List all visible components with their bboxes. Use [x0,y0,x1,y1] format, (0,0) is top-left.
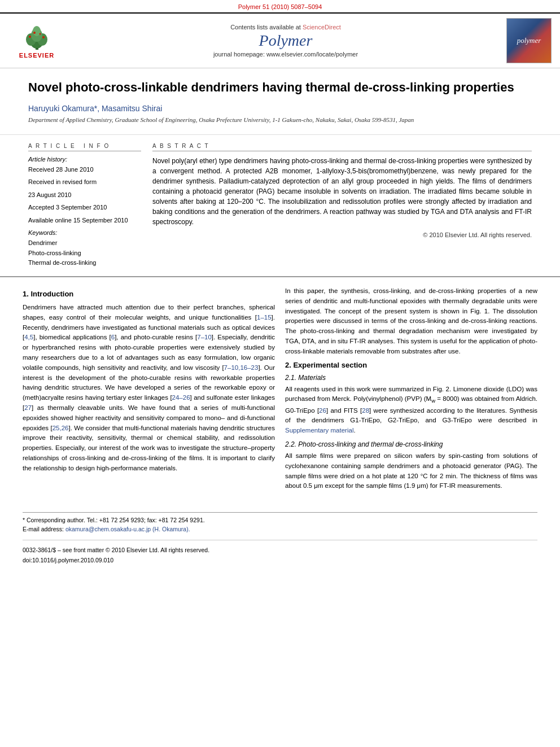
ref-1-15[interactable]: 1–15 [257,314,272,321]
ref-24-26[interactable]: 24–26 [172,394,190,401]
sciencedirect-link[interactable]: ScienceDirect [303,24,341,30]
body-column-right: In this paper, the synthesis, cross-link… [285,286,537,495]
main-body: 1. Introduction Dendrimers have attracte… [0,277,560,506]
page-container: Polymer 51 (2010) 5087–5094 ELSEVIER [0,0,560,747]
email-address[interactable]: okamura@chem.osakafu-u.ac.jp (H. Okamura… [65,526,190,532]
issn-line: 0032-3861/$ – see front matter © 2010 El… [23,547,537,553]
ref-7-10[interactable]: 7–10 [197,334,212,340]
citation-text: Polymer 51 (2010) 5087–5094 [238,3,322,10]
ref-26-mat[interactable]: 26 [319,407,326,414]
article-history-label: Article history: [28,156,141,163]
section2-paragraph2: All sample films were prepared on silico… [285,451,537,491]
corresponding-author: * Corresponding author. Tel.: +81 72 254… [23,516,537,525]
journal-title: Polymer [68,32,504,50]
footer-section: * Corresponding author. Tel.: +81 72 254… [23,512,537,563]
section2-heading: 2. Experimental section [285,361,537,369]
article-info-abstract-section: A R T I C L E I N F O Article history: R… [0,135,560,277]
article-info-column: A R T I C L E I N F O Article history: R… [28,143,141,268]
author-affiliation: Department of Applied Chemistry, Graduat… [28,116,532,123]
keyword-thermal: Thermal de-cross-linking [28,258,141,268]
ref-25-26[interactable]: 25,26 [53,425,69,431]
article-title-section: Novel photo-cross-linkable dendrimers ha… [0,68,560,135]
section2-paragraph1: All reagents used in this work were summ… [285,385,537,436]
email-line: E-mail address: okamura@chem.osakafu-u.a… [23,525,537,534]
keyword-dendrimer: Dendrimer [28,238,141,248]
abstract-text: Novel poly(aryl ether) type dendrimers h… [152,156,532,227]
journal-center: Contents lists available at ScienceDirec… [68,24,504,58]
svg-point-7 [42,36,45,38]
received-revised-label: Received in revised form [28,177,141,187]
elsevier-tree-icon [19,23,55,52]
keywords-list: Dendrimer Photo-cross-linking Thermal de… [28,238,141,268]
journal-header: ELSEVIER Contents lists available at Sci… [0,12,560,68]
ref-4-5[interactable]: 4,5 [24,334,33,340]
polymer-logo-text: polymer [517,36,541,45]
doi-line: doi:10.1016/j.polymer.2010.09.010 [23,557,537,563]
article-info-label: A R T I C L E I N F O [28,143,141,151]
keywords-label: Keywords: [28,229,141,236]
sciencedirect-line: Contents lists available at ScienceDirec… [68,24,504,30]
svg-point-6 [29,36,31,38]
available-date: Available online 15 September 2010 [28,216,141,225]
polymer-logo-box: polymer [504,18,554,63]
accepted-date: Accepted 3 September 2010 [28,203,141,212]
polymer-logo-image: polymer [506,18,552,63]
ref-6[interactable]: 6 [111,334,115,340]
copyright-line: © 2010 Elsevier Ltd. All rights reserved… [152,231,532,238]
keyword-photo: Photo-cross-linking [28,248,141,259]
abstract-column: A B S T R A C T Novel poly(aryl ether) t… [152,143,532,268]
email-label: E-mail address: [23,526,64,532]
ref-27[interactable]: 27 [24,404,32,411]
abstract-label: A B S T R A C T [152,143,532,151]
section2-subsection2-heading: 2.2. Photo-cross-linking and thermal de-… [285,440,537,448]
body-column-left: 1. Introduction Dendrimers have attracte… [23,286,275,495]
svg-point-8 [33,32,36,34]
ref-7-23[interactable]: 7–10,16–23 [224,364,259,371]
elsevier-brand-text: ELSEVIER [19,52,54,59]
section2-subsection1-heading: 2.1. Materials [285,374,537,382]
journal-homepage: journal homepage: www.elsevier.com/locat… [68,51,504,58]
section1-paragraph1: Dendrimers have attracted much attention… [23,303,275,474]
ref-28[interactable]: 28 [362,407,369,414]
elsevier-logo: ELSEVIER [6,23,68,59]
section1-heading: 1. Introduction [23,290,275,298]
received-revised-date: 23 August 2010 [28,190,141,200]
received-date: Received 28 June 2010 [28,165,141,174]
supplementary-link[interactable]: Supplementary material [285,427,353,434]
article-main-title: Novel photo-cross-linkable dendrimers ha… [28,80,532,96]
section1-paragraph2: In this paper, the synthesis, cross-link… [285,286,537,357]
citation-bar: Polymer 51 (2010) 5087–5094 [0,0,560,12]
sciencedirect-label: Contents lists available at [230,24,301,30]
svg-point-9 [39,33,41,35]
svg-point-5 [33,26,41,36]
keywords-section: Keywords: Dendrimer Photo-cross-linking … [28,229,141,268]
author-names: Haruyuki Okamura*, Masamitsu Shirai [28,104,532,113]
